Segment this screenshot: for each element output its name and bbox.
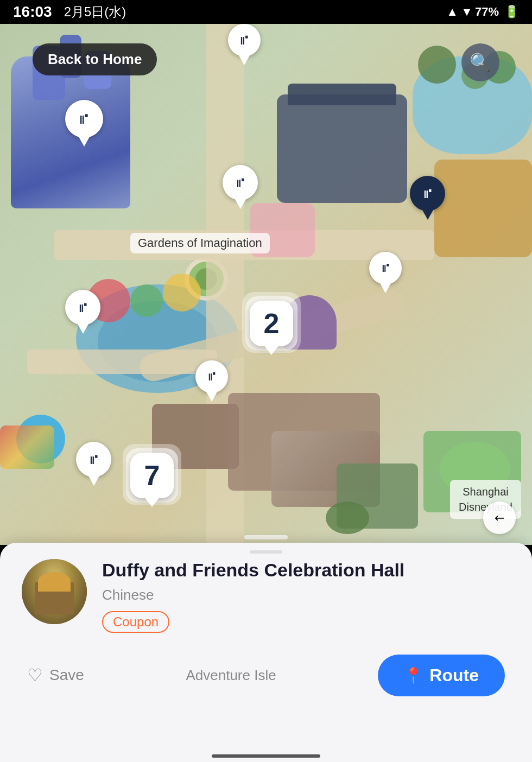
venue-image-inner: [22, 559, 87, 624]
drag-handle: [244, 535, 288, 539]
status-icons: ▲ ▾ 77% 🔋: [446, 5, 519, 19]
save-button[interactable]: ♡ Save: [27, 665, 84, 685]
venue-image: [22, 559, 87, 624]
map-pin-right-center[interactable]: ⑈: [369, 252, 402, 293]
status-date: 2月5日(水): [64, 3, 126, 21]
tree3: [418, 46, 456, 84]
heart-icon: ♡: [27, 665, 43, 685]
pin-tail-center-bottom: [206, 392, 217, 402]
pin-body-top: ⑈: [228, 24, 261, 56]
route-button[interactable]: 📍 Route: [378, 655, 505, 696]
pin-tail-top: [239, 55, 250, 65]
pin-tail-left-bottom: [88, 476, 99, 486]
attraction-yellow: [163, 274, 201, 312]
building-roof: [288, 84, 396, 105]
map-pin-top[interactable]: ⑈: [228, 24, 261, 65]
venue-name: Duffy and Friends Celebration Hall: [102, 559, 510, 581]
pin-body-left-bottom: ⑈: [76, 442, 111, 477]
panel-drag-handle[interactable]: [250, 550, 282, 554]
tree-bottom: [326, 501, 369, 534]
map-pin-right-dark[interactable]: ⑈: [410, 176, 445, 220]
pin-tail-left-center: [78, 324, 88, 334]
pin-tail-right-center: [380, 283, 391, 293]
pin-body-right-center: ⑈: [369, 252, 402, 284]
venue-info: Duffy and Friends Celebration Hall Chine…: [102, 559, 510, 633]
pin-body-castle: ⑈: [65, 100, 103, 138]
cluster-body-2: 2: [250, 301, 293, 346]
back-to-home-button[interactable]: Back to Home: [33, 43, 157, 75]
status-time: 16:03: [13, 3, 52, 21]
save-label: Save: [49, 666, 84, 684]
search-icon: 🔍: [470, 52, 491, 73]
attraction-green: [130, 284, 163, 317]
pin-body-right-dark: ⑈: [410, 176, 445, 211]
venue-type: Chinese: [102, 587, 510, 604]
venue-row: Duffy and Friends Celebration Hall Chine…: [22, 559, 510, 633]
map-compass-button[interactable]: ↙: [483, 501, 516, 534]
compass-icon: ↙: [491, 509, 508, 526]
map-pin-center-bottom[interactable]: ⑈: [195, 360, 228, 402]
building-right: [434, 160, 532, 257]
path-h2: [27, 350, 217, 374]
bottom-actions: ♡ Save Adventure Isle 📍 Route: [22, 655, 510, 696]
signal-icon: ▲: [446, 5, 458, 19]
map-pin-left-center[interactable]: ⑈: [65, 290, 100, 334]
pin-body-center: ⑈: [223, 165, 258, 200]
map-container[interactable]: ⑈ ⑈ ⑈ ⑈ ⑈ ⑈ ⑈: [0, 24, 532, 545]
search-button[interactable]: 🔍: [461, 43, 499, 81]
gardens-label: Gardens of Imagination: [130, 233, 270, 253]
map-pin-center[interactable]: ⑈: [223, 165, 258, 209]
pin-tail-right-dark: [422, 210, 433, 220]
map-pin-left-bottom[interactable]: ⑈: [76, 442, 111, 486]
map-background: ⑈ ⑈ ⑈ ⑈ ⑈ ⑈ ⑈: [0, 24, 532, 545]
battery-icon: 🔋: [504, 5, 519, 19]
cluster-body-7: 7: [130, 453, 174, 498]
coupon-badge[interactable]: Coupon: [102, 611, 169, 633]
pin-tail-castle: [79, 137, 90, 147]
route-pin-icon: 📍: [404, 666, 423, 684]
home-indicator: [212, 754, 320, 758]
route-label: Route: [429, 665, 479, 685]
cluster-pin-2[interactable]: 2: [250, 301, 293, 346]
status-bar: 16:03 2月5日(水) ▲ ▾ 77% 🔋: [0, 0, 532, 24]
location-label: Adventure Isle: [186, 667, 276, 684]
rainbow-area: [0, 426, 54, 469]
pin-body-left-center: ⑈: [65, 290, 100, 325]
battery-text: 77%: [475, 5, 499, 19]
map-pin-castle[interactable]: ⑈: [65, 100, 103, 147]
wifi-icon: ▾: [464, 5, 470, 19]
pin-body-center-bottom: ⑈: [195, 360, 228, 393]
building-center: [277, 94, 407, 203]
cluster-pin-7[interactable]: 7: [130, 453, 174, 498]
bottom-panel: Duffy and Friends Celebration Hall Chine…: [0, 543, 532, 762]
pin-tail-center: [235, 199, 246, 209]
